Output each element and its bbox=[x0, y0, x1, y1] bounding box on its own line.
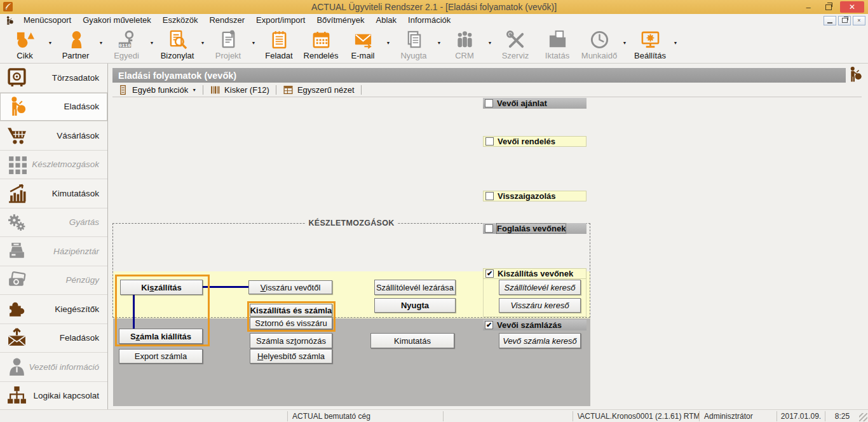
sidebar-item-torzsadatok[interactable]: Törzsadatok bbox=[0, 64, 107, 93]
button-szamla-kiallitas[interactable]: Számla kiállítás bbox=[119, 329, 203, 344]
close-button[interactable]: ✕ bbox=[840, 1, 864, 13]
checkbox-icon[interactable] bbox=[485, 137, 494, 146]
person-icon bbox=[6, 357, 29, 378]
sidebar-item-vezetoi-informacio[interactable]: Vezetői információ bbox=[0, 353, 107, 382]
dropdown-arrow-icon[interactable]: ▼ bbox=[97, 32, 105, 53]
button-visszaru-vevotol[interactable]: Visszáru vevőtől bbox=[248, 280, 332, 294]
toolbar-egyedi[interactable]: 0110Egyedi bbox=[105, 29, 147, 60]
toolbar-cikk[interactable]: Cikk bbox=[4, 29, 46, 60]
checkpoint-label: Visszaigazolás bbox=[498, 191, 556, 201]
sidebar-item-hazipenztar[interactable]: Házipénztár bbox=[0, 237, 107, 266]
sidebar-item-vasarlasok[interactable]: Vásárlások bbox=[0, 121, 107, 151]
sidebar-item-label: Kiegészítők bbox=[33, 304, 99, 314]
mdi-minimize-button[interactable] bbox=[824, 16, 836, 25]
menu-item-informaciok[interactable]: Információk bbox=[402, 14, 456, 27]
sidebar-item-keszletmozgasok[interactable]: Készletmozgások bbox=[0, 151, 107, 180]
document-pin-icon bbox=[219, 29, 238, 50]
button-szamla-sztornozas[interactable]: Számla sztornózás bbox=[250, 333, 332, 348]
button-nyugta[interactable]: Nyugta bbox=[374, 298, 456, 313]
checkbox-icon[interactable] bbox=[485, 192, 494, 200]
sidebar-item-feladasok[interactable]: Feladások bbox=[0, 324, 107, 353]
sidebar-item-label: Házipénztár bbox=[33, 247, 99, 256]
toolbar-label: Feladat bbox=[265, 51, 292, 60]
button-kiszallitas-es-szamla[interactable]: Kiszállítás és számla bbox=[250, 304, 332, 316]
menu-item-eszkozok[interactable]: Eszközök bbox=[157, 14, 204, 27]
subtool-kisker-f12[interactable]: Kisker (F12) bbox=[205, 84, 275, 96]
dropdown-arrow-icon[interactable]: ▼ bbox=[249, 32, 258, 53]
toolbar-iktatas[interactable]: Iktatás bbox=[536, 29, 578, 60]
toolbar-bizonylat[interactable]: Bizonylat bbox=[156, 29, 198, 60]
sidebar-nav: TörzsadatokEladásokVásárlásokKészletmozg… bbox=[0, 64, 108, 410]
sidebar-item-eladasok[interactable]: Eladások bbox=[0, 93, 107, 122]
menu-item-export-import[interactable]: Export/import bbox=[250, 14, 311, 27]
sidebar-item-logikai-kapcsolat[interactable]: Logikai kapcsolat bbox=[0, 382, 107, 411]
separator bbox=[361, 85, 362, 95]
checkbox-icon[interactable] bbox=[485, 224, 493, 233]
toolbar-label: CRM bbox=[455, 51, 474, 60]
toolbar-label: Szerviz bbox=[502, 51, 529, 60]
toolbar-e-mail[interactable]: E-mail bbox=[342, 29, 384, 60]
checkbox-icon[interactable]: ✔ bbox=[485, 269, 494, 278]
checkpoint-visszaigazolas[interactable]: Visszaigazolás bbox=[483, 191, 587, 201]
button-visszaru-kereso[interactable]: Visszáru kereső bbox=[499, 298, 581, 313]
menu-bar: MenücsoportGyakori műveletekEszközökRend… bbox=[0, 14, 868, 27]
button-szallitolevel-lezarasa[interactable]: Szállítólevél lezárása bbox=[374, 280, 456, 295]
toolbar-projekt[interactable]: Projekt bbox=[207, 29, 249, 60]
toolbar-partner[interactable]: Partner bbox=[55, 29, 97, 60]
toolbar-munkaido[interactable]: Munkaidő bbox=[578, 29, 620, 60]
menu-item-gyakori-muveletek[interactable]: Gyakori műveletek bbox=[77, 14, 157, 27]
resize-grip[interactable] bbox=[859, 413, 867, 421]
dropdown-arrow-icon[interactable]: ▼ bbox=[620, 32, 629, 53]
window-title: ACTUAL Ügyviteli Rendszer 2.1 - [Eladási… bbox=[0, 0, 868, 14]
checkpoint-vevoi-ajanlat[interactable]: Vevői ajánlat bbox=[483, 98, 587, 109]
subtool-egyszeru-nezet[interactable]: Egyszerű nézet bbox=[278, 84, 360, 96]
toolbar-label: Munkaidő bbox=[581, 51, 617, 60]
money-icon bbox=[6, 269, 33, 290]
restore-icon bbox=[825, 4, 832, 10]
subtool-egyeb-funkciok[interactable]: Egyéb funkciók▼ bbox=[112, 84, 201, 96]
checkpoint-vevoi-szamlazas[interactable]: ✔Vevői számlázás bbox=[483, 320, 587, 330]
dropdown-arrow-icon[interactable]: ▼ bbox=[435, 32, 444, 53]
envelope-up-icon bbox=[6, 327, 33, 348]
toolbar-nyugta[interactable]: Nyugta bbox=[393, 29, 435, 60]
dropdown-arrow-icon[interactable]: ▼ bbox=[384, 32, 393, 53]
safe-icon bbox=[6, 67, 33, 88]
menu-item-rendszer[interactable]: Rendszer bbox=[203, 14, 250, 27]
dropdown-arrow-icon[interactable]: ▼ bbox=[198, 32, 207, 53]
sidebar-item-gyartas[interactable]: Gyártás bbox=[0, 208, 107, 238]
window-controls: – ✕ bbox=[799, 1, 864, 13]
mdi-restore-button[interactable] bbox=[838, 16, 851, 25]
connector-line-horizontal bbox=[203, 286, 250, 288]
restore-button[interactable] bbox=[820, 1, 837, 13]
menu-item-menucsoport[interactable]: Menücsoport bbox=[18, 14, 77, 27]
toolbar-crm[interactable]: CRM bbox=[444, 29, 485, 60]
button-export-szamla[interactable]: Export számla bbox=[119, 349, 203, 364]
button-sztorno-es-visszaru[interactable]: Sztornó és visszáru bbox=[250, 317, 332, 329]
dropdown-arrow-icon[interactable]: ▼ bbox=[671, 32, 680, 53]
toolbar-rendeles[interactable]: Rendelés bbox=[300, 29, 342, 60]
checkpoint-kiszallitas-vevonek[interactable]: ✔Kiszállítás vevőnek bbox=[483, 268, 587, 279]
checkbox-icon[interactable]: ✔ bbox=[485, 321, 493, 329]
checkpoint-label: Vevői ajánlat bbox=[497, 99, 547, 108]
button-kiszallitas[interactable]: Kiszállítás bbox=[120, 280, 203, 295]
checkpoint-vevoi-rendeles[interactable]: Vevői rendelés bbox=[483, 136, 587, 147]
checkpoint-foglalas-vevonek[interactable]: Foglalás vevőnek bbox=[483, 223, 587, 234]
button-vevo-szamla-kereso[interactable]: Vevő számla kereső bbox=[499, 333, 581, 348]
toolbar-feladat[interactable]: Feladat bbox=[258, 29, 300, 60]
dropdown-arrow-icon[interactable]: ▼ bbox=[147, 32, 156, 53]
toolbar-beallitas[interactable]: Beállítás bbox=[629, 29, 671, 60]
dropdown-arrow-icon[interactable]: ▼ bbox=[46, 32, 55, 53]
menu-item-bovitmenyek[interactable]: Bővítmények bbox=[311, 14, 370, 27]
minimize-button[interactable]: – bbox=[799, 1, 817, 13]
toolbar-szerviz[interactable]: Szerviz bbox=[494, 29, 536, 60]
mdi-close-button[interactable]: × bbox=[853, 16, 865, 25]
sidebar-item-kimutatasok[interactable]: Kimutatások bbox=[0, 179, 107, 208]
dropdown-arrow-icon[interactable]: ▼ bbox=[485, 32, 494, 53]
checkbox-icon[interactable] bbox=[485, 99, 493, 107]
sidebar-item-kiegeszitok[interactable]: Kiegészítők bbox=[0, 295, 107, 324]
sidebar-item-penzugy[interactable]: Pénzügy bbox=[0, 266, 107, 296]
button-helyesbito-szamla[interactable]: Helyesbítő számla bbox=[250, 349, 332, 364]
menu-item-ablak[interactable]: Ablak bbox=[370, 14, 403, 27]
button-kimutatas[interactable]: Kimutatás bbox=[370, 333, 454, 348]
button-szallitolevel-kereso[interactable]: Szállítólevél kereső bbox=[499, 280, 581, 295]
